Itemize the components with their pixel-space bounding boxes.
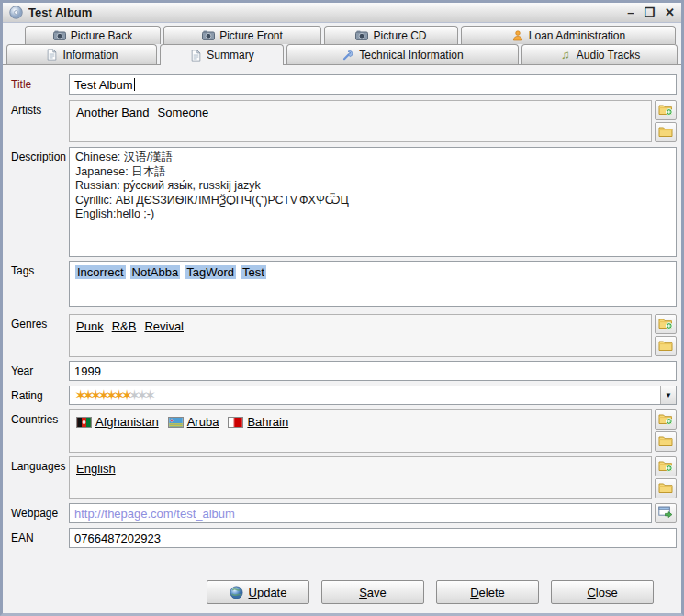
- button-label: Save: [359, 586, 387, 599]
- artist-link[interactable]: Another Band: [76, 106, 150, 119]
- tag-token[interactable]: NotAbba: [130, 265, 181, 279]
- folder-icon: [658, 125, 673, 140]
- window-controls: – ❒ ✕: [627, 6, 675, 18]
- genres-row: Genres PunkR&BRevival: [7, 314, 677, 357]
- folder-icon: [658, 434, 673, 450]
- countries-row: Countries AfghanistanArubaBahrain: [7, 409, 677, 453]
- language-link[interactable]: English: [76, 462, 116, 476]
- country-link[interactable]: Afghanistan: [95, 415, 159, 429]
- languages-label: Languages: [7, 456, 69, 499]
- webpage-value: http://thepage.com/test_album: [74, 507, 235, 521]
- tab-label: Picture CD: [373, 29, 426, 42]
- folder-add-icon: [658, 412, 673, 428]
- languages-row: Languages English: [7, 456, 677, 499]
- country-link[interactable]: Bahrain: [247, 415, 288, 429]
- text-caret: [134, 78, 135, 91]
- rating-row: Rating ✶✶✶✶✶✶✶✶✶✶ ▼: [7, 386, 677, 405]
- minimize-button[interactable]: –: [627, 6, 634, 18]
- folder-add-icon: [658, 459, 673, 475]
- add-genre-button[interactable]: [655, 314, 677, 334]
- titlebar[interactable]: Test Album – ❒ ✕: [3, 3, 681, 23]
- tab-summary[interactable]: Summary: [160, 44, 284, 65]
- globe-icon: [230, 586, 243, 599]
- star-filled-icon: ✶: [97, 387, 105, 403]
- browse-language-button[interactable]: [655, 478, 677, 498]
- star-empty-icon: ✶: [136, 387, 143, 403]
- ean-value: 0766487202923: [74, 532, 161, 545]
- update-button[interactable]: Update: [207, 580, 309, 604]
- artists-panel[interactable]: Another BandSomeone: [69, 100, 652, 142]
- tags-field[interactable]: IncorrectNotAbbaTagWordTest: [69, 261, 677, 307]
- folder-icon: [658, 481, 673, 497]
- description-label: Description: [7, 147, 69, 257]
- genres-panel[interactable]: PunkR&BRevival: [69, 314, 652, 357]
- title-label: Title: [7, 74, 69, 95]
- genre-link[interactable]: Revival: [144, 319, 184, 333]
- aruba-flag-icon: [168, 417, 184, 428]
- tab-picture-cd[interactable]: Picture CD: [324, 26, 458, 44]
- close-button[interactable]: Close: [551, 580, 654, 604]
- artist-link[interactable]: Someone: [158, 106, 209, 119]
- tab-audio-tracks[interactable]: ♫Audio Tracks: [521, 44, 678, 64]
- year-label: Year: [7, 361, 69, 381]
- tag-token[interactable]: Incorrect: [75, 265, 126, 279]
- genre-link[interactable]: R&B: [112, 319, 137, 333]
- country-item: Bahrain: [228, 415, 288, 429]
- tab-technical-information[interactable]: Technical Information: [286, 44, 519, 64]
- person-icon: [511, 29, 524, 41]
- tab-label: Information: [62, 49, 118, 62]
- tag-token[interactable]: TagWord: [185, 265, 236, 279]
- languages-panel[interactable]: English: [69, 456, 652, 499]
- add-language-button[interactable]: [655, 456, 677, 476]
- close-button[interactable]: ✕: [665, 6, 675, 18]
- browse-artist-button[interactable]: [655, 122, 677, 142]
- star-empty-icon: ✶: [144, 387, 151, 403]
- webpage-label: Webpage: [7, 503, 69, 523]
- rating-stars: ✶✶✶✶✶✶✶✶✶✶: [73, 388, 151, 403]
- star-filled-icon: ✶: [90, 387, 97, 403]
- country-link[interactable]: Aruba: [187, 415, 219, 429]
- button-label: Delete: [470, 586, 505, 599]
- tab-information[interactable]: Information: [6, 44, 157, 64]
- delete-button[interactable]: Delete: [436, 580, 539, 604]
- title-input[interactable]: Test Album: [69, 74, 677, 95]
- tags-label: Tags: [7, 261, 69, 307]
- camera-icon: [355, 29, 368, 41]
- bahrain-flag-icon: [228, 417, 243, 428]
- artists-label: Artists: [7, 100, 69, 142]
- add-artist-button[interactable]: [655, 100, 677, 120]
- maximize-button[interactable]: ❒: [644, 6, 655, 18]
- webpage-input[interactable]: http://thepage.com/test_album: [69, 503, 652, 523]
- tab-picture-front[interactable]: Picture Front: [163, 26, 321, 44]
- tab-label: Loan Administration: [529, 29, 625, 42]
- browse-country-button[interactable]: [655, 431, 677, 452]
- ean-label: EAN: [7, 528, 69, 548]
- add-country-button[interactable]: [655, 409, 677, 430]
- webpage-row: Webpage http://thepage.com/test_album: [7, 503, 677, 523]
- dropdown-arrow-icon[interactable]: ▼: [660, 386, 676, 404]
- save-button[interactable]: Save: [321, 580, 424, 604]
- rating-combobox[interactable]: ✶✶✶✶✶✶✶✶✶✶ ▼: [69, 386, 677, 405]
- year-input[interactable]: 1999: [69, 361, 677, 381]
- tab-picture-back[interactable]: Picture Back: [25, 26, 161, 44]
- year-value: 1999: [74, 364, 101, 378]
- browse-genre-button[interactable]: [655, 336, 677, 356]
- tab-label: Technical Information: [359, 49, 463, 62]
- document-icon: [45, 49, 58, 61]
- tags-row: Tags IncorrectNotAbbaTagWordTest: [7, 261, 677, 307]
- tab-label: Picture Front: [219, 29, 283, 42]
- genre-link[interactable]: Punk: [76, 319, 104, 333]
- description-row: Description Chinese: 汉语/漢語 Japanese: 日本語…: [7, 147, 677, 257]
- ean-input[interactable]: 0766487202923: [69, 528, 677, 548]
- tab-loan-administration[interactable]: Loan Administration: [461, 26, 676, 44]
- tab-bar: Picture BackPicture FrontPicture CDLoan …: [3, 23, 681, 64]
- star-empty-icon: ✶: [129, 387, 136, 403]
- tab-label: Summary: [207, 49, 253, 62]
- open-webpage-button[interactable]: [655, 503, 677, 523]
- tag-token[interactable]: Test: [241, 265, 266, 279]
- countries-panel[interactable]: AfghanistanArubaBahrain: [69, 409, 652, 453]
- tab-label: Audio Tracks: [577, 49, 640, 62]
- description-textarea[interactable]: Chinese: 汉语/漢語 Japanese: 日本語 Russian: ру…: [69, 147, 677, 257]
- star-filled-icon: ✶: [82, 387, 89, 403]
- album-editor-window: Test Album – ❒ ✕ Picture BackPicture Fro…: [0, 0, 684, 616]
